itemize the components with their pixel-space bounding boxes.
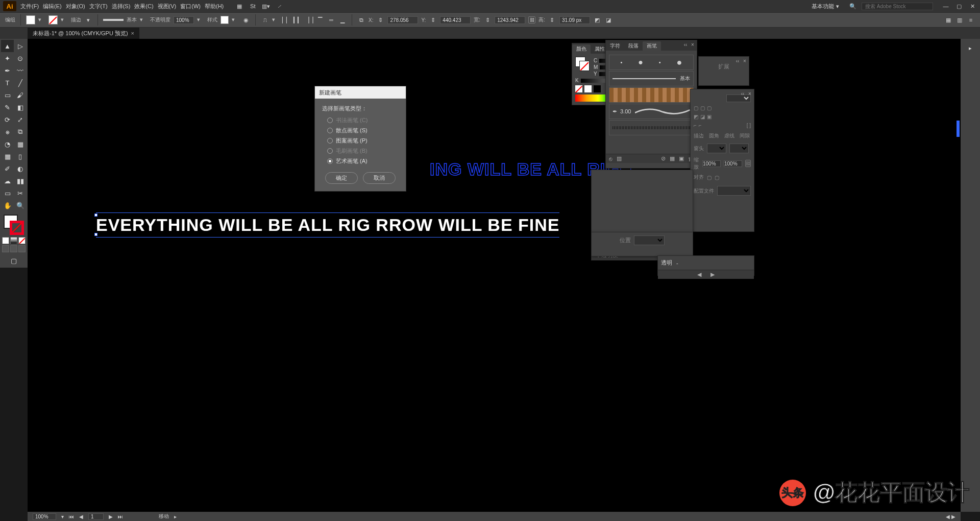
stroke-dd-icon[interactable]: ▾ xyxy=(61,16,68,23)
panel-toggle2-icon[interactable]: ▥ xyxy=(955,16,964,24)
nav-next-icon[interactable]: ▶ xyxy=(109,514,113,519)
ok-button[interactable]: 确定 xyxy=(325,172,358,184)
min-icon[interactable]: — xyxy=(941,2,950,11)
nav-prev-icon[interactable]: ◀ xyxy=(79,514,83,519)
stroke-swatch[interactable] xyxy=(48,15,58,25)
menu-edit[interactable]: 编辑(E) xyxy=(43,3,62,10)
y-input[interactable] xyxy=(440,16,471,24)
join2-icon[interactable]: ◪ xyxy=(700,114,705,120)
rectangle-tool[interactable]: ▭ xyxy=(1,89,14,101)
pen-tool[interactable]: ✒ xyxy=(1,64,14,77)
search-icon[interactable]: 🔍 xyxy=(848,2,857,11)
symbol-tool[interactable]: ☁ xyxy=(1,175,14,187)
perspective-tool[interactable]: ▦ xyxy=(14,138,27,150)
recolor-icon[interactable]: ◉ xyxy=(242,16,250,24)
shape-icon[interactable]: ◩ xyxy=(593,16,601,24)
next-icon[interactable]: ▶ xyxy=(710,271,715,278)
join3-icon[interactable]: ▣ xyxy=(707,114,712,120)
x-input[interactable] xyxy=(387,16,418,24)
stroke-style-label[interactable]: 基本 xyxy=(127,16,137,23)
gradient-mode-icon[interactable] xyxy=(10,237,17,244)
corner2-icon[interactable]: ⌐ xyxy=(699,123,702,128)
transform-icon[interactable]: ⧉ xyxy=(357,16,365,24)
none-mode-icon[interactable] xyxy=(18,237,26,244)
options-icon[interactable]: ▦ xyxy=(670,155,675,162)
tab-brushes[interactable]: 画笔 xyxy=(643,41,661,51)
eraser-tool[interactable]: ◧ xyxy=(14,101,27,113)
white-swatch[interactable] xyxy=(584,85,592,92)
stock-search-input[interactable] xyxy=(862,3,933,10)
gradient-tool[interactable]: ▯ xyxy=(14,150,27,162)
brush-item-rough[interactable] xyxy=(609,120,694,135)
brush-item-calligraphic[interactable]: ✒3.00 xyxy=(609,104,694,119)
join-icon[interactable]: ◩ xyxy=(694,114,698,120)
align-l-icon[interactable]: ▏▏ xyxy=(282,16,290,24)
stock-icon[interactable]: St xyxy=(248,2,257,11)
brush-item-pattern[interactable] xyxy=(609,87,694,103)
arrange-icon[interactable]: ▥▾ xyxy=(261,2,271,11)
scale-tool[interactable]: ⤢ xyxy=(14,113,27,126)
fill-stroke-indicator[interactable] xyxy=(4,215,24,235)
h-stepper[interactable]: ⇕ xyxy=(548,16,556,24)
zoom-input[interactable] xyxy=(33,513,56,520)
arrow-end[interactable] xyxy=(729,144,749,153)
cancel-button[interactable]: 取消 xyxy=(363,172,396,184)
black-swatch[interactable] xyxy=(594,85,601,92)
tab-color[interactable]: 颜色 xyxy=(572,44,591,54)
opacity-dd-icon[interactable]: ▾ xyxy=(197,16,204,23)
corner-icon[interactable]: ⌐ xyxy=(694,123,697,128)
scale2-input[interactable] xyxy=(724,160,742,167)
cap3-icon[interactable]: ▢ xyxy=(707,105,712,111)
artboard-tool[interactable]: ▭ xyxy=(1,187,14,199)
menu-select[interactable]: 选择(S) xyxy=(112,3,131,10)
panel-toggle-icon[interactable]: ▦ xyxy=(944,16,952,24)
align1-icon[interactable]: ▢ xyxy=(707,175,712,180)
align2-icon[interactable]: ▢ xyxy=(715,175,719,180)
cap2-icon[interactable]: ▢ xyxy=(700,105,705,111)
panel-close-icon[interactable]: × xyxy=(747,90,753,97)
arrow-start[interactable] xyxy=(707,144,726,153)
new-brush-icon[interactable]: ▣ xyxy=(679,155,684,162)
fill-dd-icon[interactable]: ▾ xyxy=(38,16,45,23)
lasso-tool[interactable]: ⊙ xyxy=(14,52,27,64)
scale1-input[interactable] xyxy=(702,160,721,167)
cap-icon[interactable]: ▢ xyxy=(694,105,698,111)
menu-type[interactable]: 文字(T) xyxy=(89,3,108,10)
direct-selection-tool[interactable]: ▷ xyxy=(14,40,27,52)
free-transform-tool[interactable]: ⧉ xyxy=(14,126,27,138)
nav-last-icon[interactable]: ⏭ xyxy=(118,514,123,519)
width-tool[interactable]: ⎈ xyxy=(1,126,14,138)
align-icon[interactable]: ⎍ xyxy=(261,16,269,24)
nav-first-icon[interactable]: ⏮ xyxy=(69,514,74,519)
menu-window[interactable]: 窗口(W) xyxy=(180,3,201,10)
brush-item[interactable]: •●•● xyxy=(609,55,694,70)
align-b-icon[interactable]: ▁ xyxy=(338,16,347,24)
canvas[interactable]: ING WILL BE ALL RIGH EVERYTHING WILL BE … xyxy=(28,39,961,512)
panel-close-icon[interactable]: × xyxy=(742,58,748,64)
fill-swatch[interactable] xyxy=(26,15,35,25)
hand-tool[interactable]: ✋ xyxy=(1,199,14,211)
magic-wand-tool[interactable]: ✦ xyxy=(1,52,14,64)
dock-expand-icon[interactable]: ▸ xyxy=(965,43,975,53)
max-icon[interactable]: ▢ xyxy=(954,2,964,11)
opt-scatter[interactable]: 散点画笔 (S) xyxy=(327,127,399,134)
none-swatch[interactable] xyxy=(575,85,582,92)
shape-builder-tool[interactable]: ◔ xyxy=(1,138,14,150)
shaper-tool[interactable]: ✎ xyxy=(1,101,14,113)
panel-close-icon[interactable]: × xyxy=(690,41,696,48)
opt-pattern[interactable]: 图案画笔 (P) xyxy=(327,137,399,145)
brush-lib-icon[interactable]: ▥ xyxy=(617,155,622,162)
type-tool[interactable]: T xyxy=(1,77,14,89)
blend-tool[interactable]: ◐ xyxy=(14,162,27,175)
bridge-icon[interactable]: ▦ xyxy=(235,2,244,11)
menu-icon[interactable]: ≡ xyxy=(967,16,975,24)
curvature-tool[interactable]: 〰 xyxy=(14,64,27,77)
tab-paragraph[interactable]: 段落 xyxy=(624,41,643,51)
shape2-icon[interactable]: ◪ xyxy=(604,16,612,24)
align-t-icon[interactable]: ▔ xyxy=(316,16,324,24)
profile-select[interactable] xyxy=(717,186,751,196)
draw-behind-icon[interactable] xyxy=(10,245,17,252)
pos-select[interactable] xyxy=(634,235,665,245)
remove-stroke-icon[interactable]: ⊘ xyxy=(661,155,666,162)
stroke-box[interactable] xyxy=(10,221,24,235)
